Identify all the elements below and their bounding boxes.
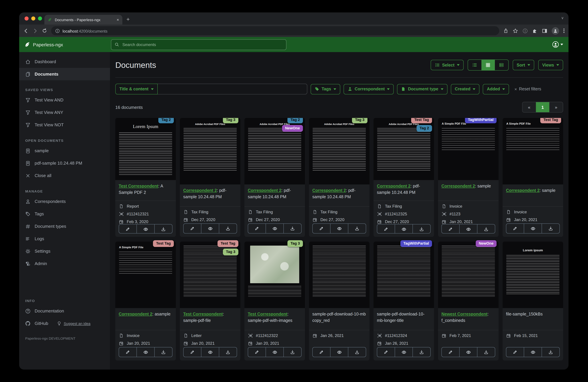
view-button[interactable] (266, 347, 283, 357)
browser-tab[interactable]: Documents - Paperless-ngx × (44, 15, 122, 24)
filter-correspondent-button[interactable]: Correspondent (344, 84, 394, 94)
correspondent-link[interactable]: Test Correspondent (119, 184, 158, 188)
tab-close-icon[interactable]: × (117, 18, 119, 22)
correspondent-link[interactable]: Correspondent 2 (119, 312, 152, 317)
document-thumbnail[interactable]: Adobe Acrobat PDF Files (180, 118, 240, 184)
edit-button[interactable] (184, 224, 201, 233)
view-button[interactable] (330, 347, 348, 357)
filter-query-input[interactable] (158, 84, 307, 94)
edit-button[interactable] (377, 224, 395, 234)
tag-badge[interactable]: NewOne (476, 240, 497, 247)
sidebar-item-admin[interactable]: Admin (19, 257, 110, 270)
document-thumbnail[interactable]: Adobe Acrobat PDF Files (309, 118, 369, 184)
correspondent-link[interactable]: Correspondent 2 (312, 188, 346, 193)
view-button[interactable] (136, 347, 154, 357)
document-thumbnail[interactable]: A Simple PDF File (438, 118, 499, 180)
edit-button[interactable] (313, 224, 330, 233)
view-button[interactable] (524, 224, 542, 233)
document-thumbnail[interactable]: A Simple PDF File (503, 118, 563, 184)
document-thumbnail[interactable] (309, 241, 369, 308)
tag-badge[interactable]: Tag 3 (352, 118, 367, 123)
filter-added-button[interactable]: Added (483, 84, 509, 94)
edit-button[interactable] (442, 347, 459, 357)
sidebar-item-sample[interactable]: sample (19, 144, 110, 157)
site-info-icon[interactable] (55, 28, 60, 33)
sidebar-item-documents[interactable]: Documents (19, 68, 110, 80)
sidebar-item-dashboard[interactable]: Dashboard (19, 55, 110, 68)
filter-doctype-button[interactable]: Document type (397, 84, 447, 94)
reload-button[interactable] (42, 28, 47, 33)
document-thumbnail[interactable] (374, 241, 434, 308)
sidebar-item-settings[interactable]: Settings (19, 245, 110, 257)
document-thumbnail[interactable] (438, 241, 499, 308)
download-button[interactable] (283, 224, 301, 233)
extensions-puzzle-icon[interactable] (532, 28, 538, 33)
edit-button[interactable] (248, 224, 266, 233)
forward-button[interactable] (33, 28, 38, 33)
view-button[interactable] (201, 347, 219, 357)
search-input[interactable] (122, 42, 283, 47)
view-button[interactable] (459, 347, 477, 357)
extension-badge-icon[interactable] (523, 28, 528, 33)
view-button[interactable] (330, 224, 348, 233)
view-button[interactable] (136, 224, 154, 234)
tag-badge[interactable]: Tag 3 (223, 249, 238, 255)
tag-badge[interactable]: Test Tag (218, 240, 238, 247)
maximize-window-button[interactable] (38, 17, 42, 20)
select-button[interactable]: Select (431, 60, 464, 70)
download-button[interactable] (348, 224, 366, 233)
download-button[interactable] (154, 347, 172, 357)
sidebar-item-correspondents[interactable]: Correspondents (19, 195, 110, 208)
download-button[interactable] (219, 347, 237, 357)
browser-menu-kebab-icon[interactable] (564, 29, 565, 33)
edit-button[interactable] (377, 347, 395, 357)
user-menu[interactable] (552, 41, 563, 48)
tag-badge[interactable]: Test Tag (411, 118, 432, 123)
filter-created-button[interactable]: Created (451, 84, 479, 94)
app-brand[interactable]: Paperless-ngx (24, 42, 63, 47)
correspondent-link[interactable]: Test Correspondent (248, 312, 287, 317)
page-next-button[interactable]: » (549, 102, 563, 112)
correspondent-link[interactable]: Correspondent 2 (183, 188, 217, 193)
sidebar-item-github[interactable]: GitHubSuggest an idea (19, 317, 110, 330)
filter-tags-button[interactable]: Tags (311, 84, 340, 94)
global-search[interactable] (111, 39, 286, 50)
sidebar-item-document-types[interactable]: Document types (19, 220, 110, 233)
edit-button[interactable] (119, 224, 136, 234)
edit-button[interactable] (248, 347, 266, 357)
browser-profile-avatar[interactable] (552, 27, 559, 34)
edit-button[interactable] (184, 347, 201, 357)
correspondent-link[interactable]: Test Correspondent (183, 312, 223, 317)
tag-badge[interactable]: Tag 3 (223, 118, 238, 123)
document-thumbnail[interactable]: Lorem ipsum (503, 241, 563, 308)
back-button[interactable] (23, 28, 29, 33)
view-button[interactable] (395, 347, 413, 357)
download-button[interactable] (219, 224, 237, 233)
new-tab-button[interactable]: + (126, 16, 130, 23)
close-window-button[interactable] (24, 17, 29, 20)
view-button[interactable] (395, 224, 413, 234)
sidebar-item-pdf-sample-10-24-48-pm[interactable]: pdf-sample 10.24.48 PM (19, 157, 110, 169)
sidebar-item-test-view-not[interactable]: Test View NOT (19, 119, 110, 131)
view-button[interactable] (524, 347, 542, 357)
address-bar[interactable]: localhost:4200/documents (51, 26, 499, 35)
edit-button[interactable] (442, 224, 459, 234)
download-button[interactable] (283, 347, 301, 357)
tag-badge[interactable]: Tag 2 (158, 118, 174, 123)
page-current[interactable]: 1 (536, 102, 549, 112)
tag-badge[interactable]: Test Tag (153, 240, 174, 247)
tag-badge[interactable]: NewOne (282, 125, 303, 132)
download-button[interactable] (154, 224, 172, 234)
page-prev-button[interactable]: « (523, 102, 536, 112)
download-button[interactable] (477, 347, 495, 357)
share-icon[interactable] (503, 28, 508, 33)
suggest-idea-link[interactable]: Suggest an idea (57, 321, 90, 326)
download-button[interactable] (413, 224, 430, 234)
view-button[interactable] (266, 224, 283, 233)
sidebar-item-test-view-and[interactable]: Test View AND (19, 94, 110, 106)
tag-badge[interactable]: Tag 3 (287, 240, 303, 247)
edit-button[interactable] (313, 347, 330, 357)
download-button[interactable] (413, 347, 430, 357)
view-mode-grid-button[interactable] (482, 60, 495, 70)
sort-button[interactable]: Sort (513, 60, 534, 70)
